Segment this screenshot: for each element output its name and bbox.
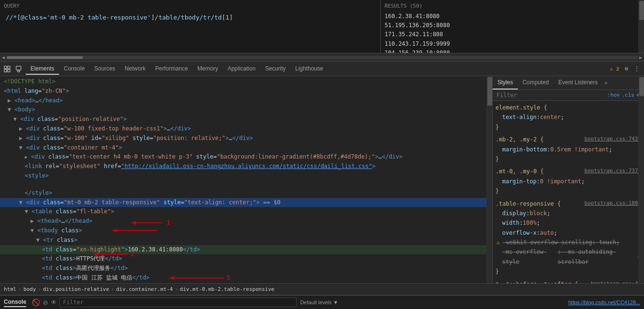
html-line: <!DOCTYPE html> bbox=[0, 77, 492, 87]
tab-application[interactable]: Application bbox=[223, 63, 260, 75]
cls-button[interactable]: .cls bbox=[622, 92, 634, 98]
hov-button[interactable]: :hov bbox=[607, 92, 620, 98]
html-line: <td class>HTTPS代理</td> bbox=[0, 254, 492, 264]
console-label[interactable]: Console bbox=[4, 298, 26, 307]
html-line: ▼ <div class="position-relative"> bbox=[0, 115, 492, 124]
breadcrumb: html › body › div.position-relative › di… bbox=[0, 283, 644, 295]
html-line: <html lang="zh-CN"> bbox=[0, 87, 492, 96]
result-item: 104.156.239.10:8080 bbox=[385, 49, 640, 53]
style-rule: *, *::before, *::after { bootstrap.css:4… bbox=[495, 279, 641, 283]
elements-content: <!DOCTYPE html> <html lang="zh-CN"> ▶ <h… bbox=[0, 76, 492, 283]
rule-selector: .mt-0, .my-0 { bbox=[495, 167, 544, 176]
html-line[interactable]: ▶ <head>…</head> bbox=[0, 96, 492, 106]
warning-badge: ⚠ 2 bbox=[610, 66, 619, 72]
console-bar: Console 🚫 ⊘ 👁 Default levels ▼ https://b… bbox=[0, 295, 644, 309]
tab-console[interactable]: Console bbox=[59, 63, 89, 75]
settings-icon[interactable]: ⚙ bbox=[621, 64, 632, 74]
rule-source[interactable]: bootstrap.css:7372 bbox=[585, 167, 641, 176]
svg-rect-2 bbox=[4, 70, 7, 72]
result-item: 110.243.17.159:9999 bbox=[385, 40, 640, 49]
device-icon[interactable] bbox=[13, 64, 24, 74]
horizontal-scrollbar[interactable]: ◀ ▶ bbox=[0, 53, 644, 62]
devtools-tabs-bar: Elements Console Sources Network Perform… bbox=[0, 62, 644, 76]
console-filter-input[interactable] bbox=[63, 299, 293, 306]
query-input[interactable]: //*[@class='mt-0 mb-2 table-responsive']… bbox=[3, 11, 377, 50]
html-line: <td class>高匿代理服务</td> bbox=[0, 264, 492, 273]
results-label: RESULTS (50) bbox=[383, 2, 642, 10]
html-line: ▼ <table class="fl-table"> bbox=[0, 207, 492, 217]
html-line: </style> bbox=[0, 189, 492, 198]
result-item: 171.35.242.11:808 bbox=[385, 30, 640, 39]
html-line: <link rel="stylesheet" href="http://xila… bbox=[0, 162, 492, 171]
more-icon[interactable]: ⋮ bbox=[632, 64, 642, 74]
html-line[interactable]: ▶ <thead>…</thead> bbox=[0, 217, 492, 226]
html-line: <td class>中国 江苏 盐城 电信</td> bbox=[0, 273, 492, 283]
html-line-highlight[interactable]: <td class="xn-highlight">160.2.38.41:808… bbox=[0, 245, 492, 255]
rule-selector: *, *::before, *::after { bbox=[495, 279, 578, 283]
tab-event-listeners[interactable]: Event Listeners bbox=[554, 76, 603, 90]
result-item: 51.195.136.205:8080 bbox=[385, 21, 640, 30]
styles-filter-bar: :hov .cls + bbox=[493, 90, 644, 101]
rule-selector: .table-responsive { bbox=[495, 199, 561, 209]
html-line-selected[interactable]: ▼ <div class="mt-0 mb-2 table-responsive… bbox=[0, 198, 492, 208]
html-line: ▼ <body> bbox=[0, 105, 492, 115]
style-rule: .mt-0, .my-0 { bootstrap.css:7372 margin… bbox=[495, 167, 641, 196]
scroll-right-icon[interactable]: ▶ bbox=[639, 55, 642, 60]
svg-rect-1 bbox=[8, 66, 10, 69]
svg-rect-3 bbox=[8, 70, 10, 72]
rule-source[interactable]: bootstrap.css:1806 bbox=[585, 199, 641, 209]
styles-panel: Styles Computed Event Listeners » :hov .… bbox=[493, 76, 644, 283]
html-line: ▼ <tbody class> bbox=[0, 226, 492, 236]
styles-content: element.style { text-align: center; } .m… bbox=[493, 101, 644, 283]
breadcrumb-item[interactable]: div.position-relative bbox=[43, 286, 109, 292]
breadcrumb-item[interactable]: body bbox=[23, 286, 36, 292]
style-rule: .mb-2, .my-2 { bootstrap.css:7430 margin… bbox=[495, 135, 641, 164]
styles-tabs-bar: Styles Computed Event Listeners » bbox=[493, 76, 644, 90]
html-line: <td class>6.3</td> bbox=[0, 283, 492, 283]
rule-source[interactable]: bootstrap.css:7430 bbox=[585, 135, 641, 144]
tab-sources[interactable]: Sources bbox=[89, 63, 120, 75]
html-line[interactable]: ▶ <div class="w-100" id="xilibg" style="… bbox=[0, 134, 492, 143]
html-line: <style> bbox=[0, 171, 492, 181]
results-content: 160.2.38.41:8080 51.195.136.205:8080 171… bbox=[383, 10, 642, 53]
html-line: ▼ <div class="container mt-4"> bbox=[0, 143, 492, 153]
result-item: 160.2.38.41:8080 bbox=[385, 12, 640, 21]
svg-rect-0 bbox=[4, 66, 7, 69]
console-url-link[interactable]: https://blog.csdn.net/CC4128... bbox=[568, 299, 640, 305]
html-line bbox=[0, 181, 492, 189]
elements-panel: <!DOCTYPE html> <html lang="zh-CN"> ▶ <h… bbox=[0, 76, 493, 283]
clear-console-icon[interactable]: 🚫 bbox=[32, 299, 40, 306]
console-filter-wrap bbox=[59, 298, 296, 307]
html-line[interactable]: ▶ <div class="text-center h4 mb-0 text-w… bbox=[0, 152, 492, 162]
tab-lighthouse[interactable]: Lighthouse bbox=[290, 63, 328, 75]
filter-icon[interactable]: 👁 bbox=[51, 299, 57, 306]
scroll-left-icon[interactable]: ◀ bbox=[2, 55, 5, 60]
tab-elements[interactable]: Elements bbox=[26, 63, 59, 75]
styles-filter-input[interactable] bbox=[496, 92, 607, 99]
tab-computed[interactable]: Computed bbox=[518, 76, 554, 90]
warning-icon: ⚠ bbox=[496, 238, 500, 247]
breadcrumb-item[interactable]: div.container.mt-4 bbox=[116, 286, 173, 292]
tab-memory[interactable]: Memory bbox=[193, 63, 223, 75]
html-line[interactable]: ▶ <div class="w-100 fixed-top header-css… bbox=[0, 124, 492, 134]
svg-rect-5 bbox=[18, 70, 20, 72]
console-level-select[interactable]: Default levels ▼ bbox=[300, 299, 338, 305]
tab-more[interactable]: » bbox=[603, 77, 610, 89]
tab-security[interactable]: Security bbox=[260, 63, 290, 75]
rule-selector: .mb-2, .my-2 { bbox=[495, 135, 544, 144]
tab-styles[interactable]: Styles bbox=[493, 76, 518, 90]
breadcrumb-item[interactable]: div.mt-0.mb-2.table-responsive bbox=[180, 286, 275, 292]
query-label: QUERY bbox=[2, 2, 378, 10]
inspect-icon[interactable] bbox=[2, 64, 12, 74]
breadcrumb-item[interactable]: html bbox=[4, 286, 17, 292]
rule-source[interactable]: bootstrap.css:40 bbox=[591, 279, 641, 283]
style-rule: element.style { text-align: center; } bbox=[495, 103, 641, 132]
tab-network[interactable]: Network bbox=[120, 63, 150, 75]
style-rule: .table-responsive { bootstrap.css:1806 d… bbox=[495, 199, 641, 277]
rule-selector: element.style { bbox=[495, 103, 641, 112]
console-top-icon[interactable]: ⊘ bbox=[43, 299, 48, 306]
svg-rect-4 bbox=[16, 66, 21, 70]
tab-performance[interactable]: Performance bbox=[150, 63, 193, 75]
html-line: ▼ <tr class> bbox=[0, 236, 492, 245]
